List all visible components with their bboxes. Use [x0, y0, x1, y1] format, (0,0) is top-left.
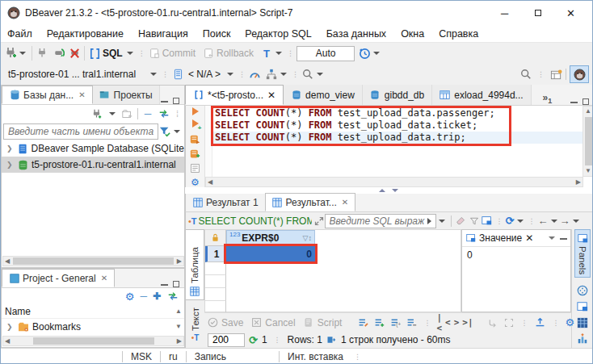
next-row-icon[interactable]: > — [454, 317, 460, 328]
editor-vscrollbar[interactable]: ▲▼ — [582, 106, 593, 177]
navigator-minimize-icon[interactable] — [161, 100, 168, 103]
name-column-header[interactable]: Name — [5, 306, 31, 317]
sql-code[interactable]: SELECT COUNT(*) FROM test_upload_data.pa… — [212, 107, 582, 175]
menu-help[interactable]: Справка — [439, 28, 478, 40]
execute-script-icon[interactable] — [190, 133, 201, 144]
filter-dropdown[interactable] — [174, 130, 180, 133]
expand-arrow-icon[interactable]: ❯ — [6, 144, 15, 153]
tab-projects[interactable]: Проекты — [93, 86, 160, 104]
database-selector[interactable]: < N/A > — [184, 67, 225, 82]
reconnect-icon[interactable] — [52, 47, 65, 60]
splitter-up-icon[interactable] — [379, 189, 385, 192]
value-panel-menu-icon[interactable] — [549, 236, 555, 240]
menu-edit[interactable]: Редактирование — [47, 28, 124, 40]
tab-demo-view[interactable]: demo_view — [284, 85, 363, 105]
calc-panel-icon[interactable] — [576, 316, 589, 329]
menu-database[interactable]: База данных — [326, 28, 386, 40]
editor-settings-gear-icon[interactable]: ⚙ — [191, 177, 200, 188]
add-row-icon[interactable] — [372, 316, 385, 329]
cell-expr0-row1[interactable]: 0 — [226, 246, 315, 262]
next-dropdown[interactable] — [573, 220, 579, 223]
project-scroll-down-icon[interactable]: ▼ — [174, 322, 184, 332]
network-config-dropdown[interactable] — [280, 73, 287, 76]
new-connection-icon[interactable] — [4, 47, 17, 60]
apply-filter-icon[interactable] — [427, 218, 431, 224]
project-link-editor-icon[interactable] — [166, 290, 179, 303]
explain-plan-icon[interactable] — [190, 162, 201, 174]
value-viewer-panel-icon[interactable] — [576, 300, 589, 313]
cancel-button[interactable]: Cancel — [265, 317, 295, 328]
dbeaver-perspective-button[interactable] — [570, 65, 589, 83]
editor-minimize-icon[interactable] — [570, 101, 578, 103]
tree-item-sample-database[interactable]: ❯ DBeaver Sample Database (SQLite — [2, 140, 184, 157]
tab-gibdd-db[interactable]: gibdd_db — [363, 85, 432, 105]
save-button[interactable]: Save — [221, 317, 243, 328]
tab-exload[interactable]: exload_4994d... — [432, 85, 531, 105]
config-panels-icon[interactable] — [481, 215, 494, 228]
results-settings-gear-icon[interactable]: ⚙ — [566, 316, 575, 328]
results-grid[interactable]: 123 EXPR$0 ▽↕ 1 0 — [204, 229, 461, 312]
menu-search[interactable]: Поиск — [203, 28, 231, 40]
menu-windows[interactable]: Окна — [401, 28, 424, 40]
editor-maximize-icon[interactable] — [582, 98, 589, 105]
tab-script7[interactable]: *<t5-prosto... ✕ — [185, 85, 284, 105]
database-selector-dropdown[interactable] — [227, 73, 233, 76]
close-button[interactable]: ✕ — [554, 2, 587, 25]
column-header-expr0[interactable]: 123 EXPR$0 ▽↕ — [226, 230, 315, 246]
connection-selector[interactable]: t5-prostore-01 ... tral1.internal — [4, 67, 148, 82]
menu-sql-editor[interactable]: Редактор SQL — [245, 28, 311, 40]
metadata-panel-icon[interactable] — [576, 284, 589, 297]
minimize-button[interactable]: ─ — [488, 2, 521, 25]
grid-corner-cell[interactable] — [205, 230, 226, 246]
project-expand-icon[interactable]: ✚ — [153, 291, 161, 302]
open-perspective-icon[interactable] — [549, 68, 562, 81]
splitter-down-icon[interactable] — [392, 189, 398, 192]
expand-filter-icon[interactable] — [313, 215, 325, 228]
navigator-maximize-icon[interactable] — [173, 98, 179, 104]
sql-editor-icon[interactable] — [88, 47, 101, 60]
row-header-1[interactable]: 1 — [205, 246, 226, 262]
filters-menu-icon[interactable] — [468, 215, 481, 228]
filter-icon[interactable] — [158, 125, 171, 138]
sql-editor-label[interactable]: SQL — [103, 48, 123, 59]
tab-script7-close-icon[interactable]: ✕ — [267, 90, 275, 101]
commit-mode-combo[interactable]: Auto — [296, 46, 355, 61]
tab-databases[interactable]: Базы дан... ✕ — [2, 86, 93, 104]
project-settings-gear-icon[interactable]: ⚙ — [125, 291, 135, 303]
view-menu-icon[interactable]: ⁞ — [176, 109, 179, 119]
transaction-log-dropdown[interactable] — [373, 52, 380, 55]
quick-search-icon[interactable] — [519, 68, 532, 81]
transaction-mode-dropdown[interactable] — [275, 52, 282, 55]
first-row-icon[interactable]: |< — [436, 312, 442, 333]
next-page-icon[interactable]: → — [560, 215, 570, 227]
tree-item-bookmarks[interactable]: ❯ Bookmarks ▼ — [2, 319, 184, 335]
maximize-button[interactable] — [521, 2, 554, 25]
previous-dropdown[interactable] — [551, 220, 557, 223]
transaction-mode-icon[interactable]: T — [260, 47, 273, 60]
rollback-button[interactable]: Rollback — [217, 48, 254, 59]
execute-new-tab-icon[interactable]: + — [192, 119, 199, 130]
project-hscrollbar[interactable]: ◀▶ — [2, 336, 184, 346]
previous-row-icon[interactable]: < — [445, 317, 451, 328]
refresh-footer-icon[interactable]: ⟳ — [249, 334, 258, 346]
tab-project-general[interactable]: Project - General ✕ — [2, 269, 115, 287]
new-connection-dropdown[interactable] — [19, 52, 26, 55]
tab-result2-close-icon[interactable]: ✕ — [342, 198, 348, 207]
collapse-all-icon[interactable]: ─ — [141, 107, 154, 120]
search-metadata-dropdown[interactable] — [317, 73, 323, 76]
network-config-icon[interactable] — [265, 68, 278, 81]
script-button[interactable]: Script — [318, 317, 343, 328]
search-metadata-icon[interactable] — [301, 68, 314, 81]
connect-icon[interactable] — [36, 47, 48, 60]
column-sort-filter-icon[interactable]: ▽↕ — [303, 234, 312, 242]
tab-result2[interactable]: Результат... ✕ — [265, 193, 356, 211]
expand-arrow-icon[interactable]: ❯ — [6, 161, 15, 169]
link-with-editor-icon[interactable] — [158, 107, 170, 120]
presentation-tab-grid[interactable]: Таблица — [186, 229, 204, 300]
transaction-log-icon[interactable] — [358, 47, 371, 60]
results-splitter[interactable] — [379, 187, 403, 194]
disconnect-icon[interactable] — [68, 47, 81, 60]
project-collapse-icon[interactable]: ─ — [140, 291, 147, 302]
nav-new-connection-icon[interactable] — [90, 107, 103, 120]
value-panel-minimize-icon[interactable] — [560, 237, 567, 240]
